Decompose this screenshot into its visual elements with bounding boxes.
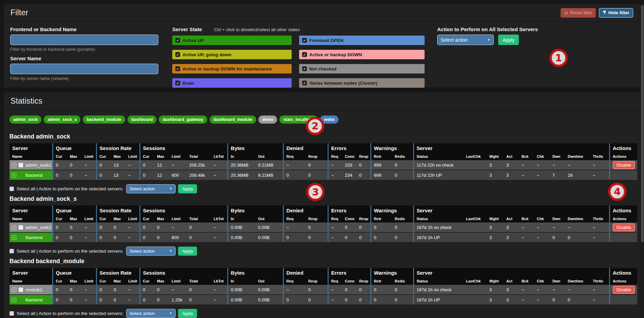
proxy-badge-admin-sock-s[interactable]: admin_sock_s bbox=[44, 115, 80, 124]
state-option-active-up-going-down[interactable]: ✓Active UP, going down bbox=[172, 50, 292, 59]
table-action-select[interactable]: Select action▼ bbox=[126, 309, 176, 318]
table-apply-button[interactable]: Apply bbox=[178, 184, 197, 193]
frontend-name-help: Filter by frontend or backend name (pxna… bbox=[10, 47, 158, 52]
proxy-badge-admin-sock[interactable]: admin_sock bbox=[9, 115, 41, 124]
column-max: Max bbox=[154, 153, 169, 160]
column-group-sessions: Sessions bbox=[140, 206, 228, 215]
backend-title: Backend backend_module bbox=[9, 258, 640, 265]
table-action-select[interactable]: Select action▼ bbox=[126, 184, 176, 193]
state-option-active-up[interactable]: ✓Active UP bbox=[172, 36, 292, 45]
column-chk: Chk bbox=[534, 277, 550, 285]
actions-cell bbox=[609, 232, 637, 242]
backend-row: +Backend00~013~012600208.48k~20.36MB9.21… bbox=[9, 170, 637, 180]
column-total: Total bbox=[187, 153, 211, 160]
expand-icon[interactable]: + bbox=[12, 235, 16, 240]
column-resp: Resp bbox=[306, 215, 328, 222]
name-filters-column: Frontend or Backend Name Filter by front… bbox=[10, 26, 158, 88]
server-name: Backend bbox=[25, 173, 43, 178]
table-apply-button[interactable]: Apply bbox=[178, 309, 197, 318]
expand-icon[interactable]: + bbox=[12, 173, 16, 177]
server-name: module1 bbox=[25, 287, 42, 292]
stats-table: ServerQueueSession RateSessionsBytesDeni… bbox=[9, 143, 637, 180]
disable-button[interactable]: Disable bbox=[613, 224, 635, 231]
reset-filter-label: Reset filter bbox=[570, 10, 592, 15]
table-action-select[interactable]: Select action▼ bbox=[126, 247, 176, 256]
table-action-select-value: Select action bbox=[130, 249, 155, 254]
column-dwntime: Dwntime bbox=[565, 153, 590, 160]
checkbox-checked-icon: ✓ bbox=[302, 81, 307, 85]
column-conn: Conn bbox=[342, 215, 356, 222]
proxy-badge-demo[interactable]: demo bbox=[258, 115, 277, 124]
state-option-not-checked[interactable]: ✓Not checked bbox=[299, 64, 425, 73]
state-option-active-or-backup-down[interactable]: ✓Active or backup DOWN bbox=[299, 50, 425, 59]
filter-title: Filter bbox=[11, 8, 28, 17]
table-action-bar: Select all | Action to perform on the se… bbox=[9, 184, 640, 193]
server-row: +admin_sock200~00~00~0~0.00B0.00B~0~0000… bbox=[9, 222, 637, 232]
caret-down-icon: ▼ bbox=[169, 249, 172, 253]
statistics-title: Statistics bbox=[11, 97, 42, 106]
global-apply-button[interactable]: Apply bbox=[498, 35, 519, 45]
column-max: Max bbox=[67, 215, 82, 222]
column-thrtle: Thrtle bbox=[590, 215, 609, 222]
column-out: Out bbox=[255, 215, 283, 222]
select-all-checkbox[interactable] bbox=[9, 187, 14, 191]
column-group-server: Server bbox=[413, 143, 609, 153]
proxy-badge-dashboard-module[interactable]: dashboard_module bbox=[210, 115, 256, 124]
global-action-select[interactable]: Select action ▼ bbox=[437, 35, 494, 45]
backend-tables: Backend admin_sockServerQueueSession Rat… bbox=[9, 133, 640, 318]
reset-filter-button[interactable]: ⊘ Reset filter bbox=[561, 8, 596, 18]
hide-filter-button[interactable]: Hide filter bbox=[599, 8, 633, 18]
scrollbar[interactable] bbox=[640, 4, 644, 318]
proxy-badge-backend-module[interactable]: backend_module bbox=[83, 115, 125, 124]
actions-cell bbox=[609, 170, 637, 180]
row-checkbox[interactable] bbox=[19, 288, 23, 292]
expand-icon[interactable]: + bbox=[12, 298, 16, 302]
proxy-badge-dashboard-gateway[interactable]: dashboard_gateway bbox=[159, 115, 207, 124]
column-cur: Cur bbox=[96, 215, 111, 222]
table-apply-button[interactable]: Apply bbox=[178, 247, 197, 256]
column-group-session-rate: Session Rate bbox=[96, 268, 140, 277]
proxy-badges: admin_sockadmin_sock_sbackend_moduledash… bbox=[9, 115, 640, 124]
column-group-denied: Denied bbox=[283, 143, 328, 153]
expand-icon[interactable]: + bbox=[12, 288, 16, 292]
server-name-input[interactable] bbox=[10, 64, 158, 74]
column-resp: Resp bbox=[306, 153, 328, 160]
select-all-label: Select all | Action to perform on the se… bbox=[17, 186, 123, 191]
expand-icon[interactable]: + bbox=[12, 225, 16, 230]
disable-button[interactable]: Disable bbox=[613, 161, 635, 169]
column-retr: Retr bbox=[371, 153, 392, 160]
state-option-varies-between-nodes-cluster-[interactable]: ✓Varies between nodes (Cluster) bbox=[299, 78, 425, 88]
select-all-checkbox[interactable] bbox=[9, 311, 14, 316]
row-checkbox[interactable] bbox=[19, 163, 23, 167]
checkbox-checked-icon: ✓ bbox=[302, 52, 307, 57]
actions-cell bbox=[609, 295, 637, 304]
column-group-sessions: Sessions bbox=[140, 143, 228, 153]
page: Filter ⊘ Reset filter Hide filter Fronte… bbox=[0, 4, 644, 318]
column-max: Max bbox=[154, 277, 169, 285]
state-option-drain[interactable]: ✓Drain bbox=[172, 78, 292, 88]
server-state-label: Server State bbox=[172, 26, 202, 32]
disable-button[interactable]: Disable bbox=[613, 286, 635, 294]
column-total: Total bbox=[187, 215, 211, 222]
proxy-badge-dashboard[interactable]: dashboard bbox=[128, 115, 157, 124]
column-group-actions: Actions bbox=[609, 143, 637, 153]
row-checkbox[interactable] bbox=[19, 225, 23, 230]
scrollbar-thumb[interactable] bbox=[641, 5, 644, 242]
column-redis: Redis bbox=[392, 153, 413, 160]
checkbox-checked-icon: ✓ bbox=[302, 66, 307, 71]
expand-icon[interactable]: + bbox=[12, 163, 16, 167]
annotation-circle-2: 2 bbox=[306, 117, 324, 135]
column-group-denied: Denied bbox=[283, 268, 328, 277]
state-option-active-or-backup-down-for-maintenance[interactable]: ✓Active or backup DOWN for maintenance bbox=[172, 64, 292, 73]
column-limit: Limit bbox=[169, 153, 187, 160]
column-out: Out bbox=[255, 153, 283, 160]
state-option-frontend-open[interactable]: ✓Frontend OPEN bbox=[299, 36, 425, 45]
server-name: admin_sock1 bbox=[25, 163, 52, 168]
column-max: Max bbox=[111, 215, 125, 222]
column-actions: Actions bbox=[609, 215, 637, 222]
frontend-name-input[interactable] bbox=[10, 35, 158, 45]
select-all-checkbox[interactable] bbox=[9, 249, 14, 253]
server-name-help: Filter by server name (svname) bbox=[10, 76, 158, 81]
column-status: Status bbox=[413, 277, 463, 285]
column-lbtot: LbTot bbox=[211, 277, 228, 285]
